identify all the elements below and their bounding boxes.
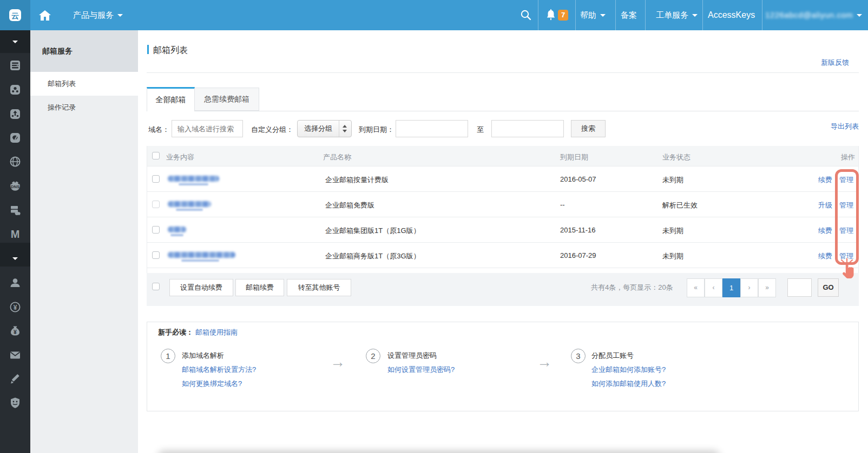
svg-text:云: 云	[11, 11, 19, 20]
svg-text:¥: ¥	[14, 304, 17, 311]
svg-text:DNS: DNS	[11, 184, 19, 189]
svg-text:¥: ¥	[14, 329, 17, 335]
